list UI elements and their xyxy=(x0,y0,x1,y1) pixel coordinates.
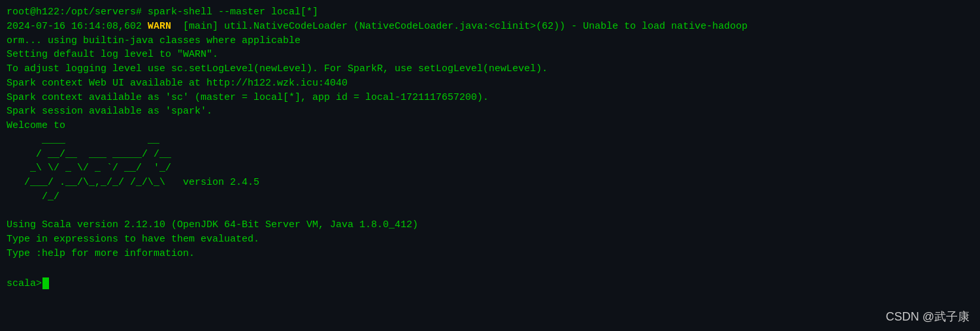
spark-logo-ascii-2: / __/__ ___ _____/ /__ xyxy=(7,148,973,162)
terminal-line-2: 2024-07-16 16:14:08,602 WARN [main] util… xyxy=(7,20,973,34)
spark-logo-ascii: ____ __ xyxy=(7,133,973,148)
terminal-line-scala-version: Using Scala version 2.12.10 (OpenJDK 64-… xyxy=(7,218,973,232)
terminal-line-6: Spark context Web UI available at http:/… xyxy=(7,76,973,91)
warn-suffix: [main] util.NativeCodeLoader (NativeCode… xyxy=(171,21,747,32)
spark-logo-ascii-4: /___/ .__/\_,_/_/ /_/\_\ version 2.4.5 xyxy=(7,176,973,190)
terminal-blank-2 xyxy=(7,261,973,276)
terminal-line-9: Welcome to xyxy=(7,119,973,133)
warn-label: WARN xyxy=(148,21,171,32)
terminal-line-4: Setting default log level to "WARN". xyxy=(7,48,973,62)
terminal-line-type-help: Type :help for more information. xyxy=(7,247,973,261)
terminal-line-7: Spark context available as 'sc' (master … xyxy=(7,91,973,105)
terminal-line-type-expr: Type in expressions to have them evaluat… xyxy=(7,232,973,247)
terminal-line-8: Spark session available as 'spark'. xyxy=(7,104,973,119)
spark-logo-ascii-5: /_/ xyxy=(7,190,973,204)
spark-logo-ascii-3: _\ \/ _ \/ _ `/ __/ '_/ xyxy=(7,161,973,176)
terminal-line-1: root@h122:/opt/servers# spark-shell --ma… xyxy=(7,5,973,20)
terminal: root@h122:/opt/servers# spark-shell --ma… xyxy=(0,0,980,331)
warn-prefix: 2024-07-16 16:14:08,602 xyxy=(7,21,148,32)
terminal-line-5: To adjust logging level use sc.setLogLev… xyxy=(7,62,973,76)
terminal-blank-1 xyxy=(7,204,973,219)
scala-prompt: scala> xyxy=(7,278,42,289)
terminal-prompt-line[interactable]: scala> xyxy=(7,277,973,289)
terminal-line-3: orm... using builtin-java classes where … xyxy=(7,34,973,48)
watermark: CSDN @武子康 xyxy=(886,309,970,324)
terminal-cursor xyxy=(42,277,49,289)
